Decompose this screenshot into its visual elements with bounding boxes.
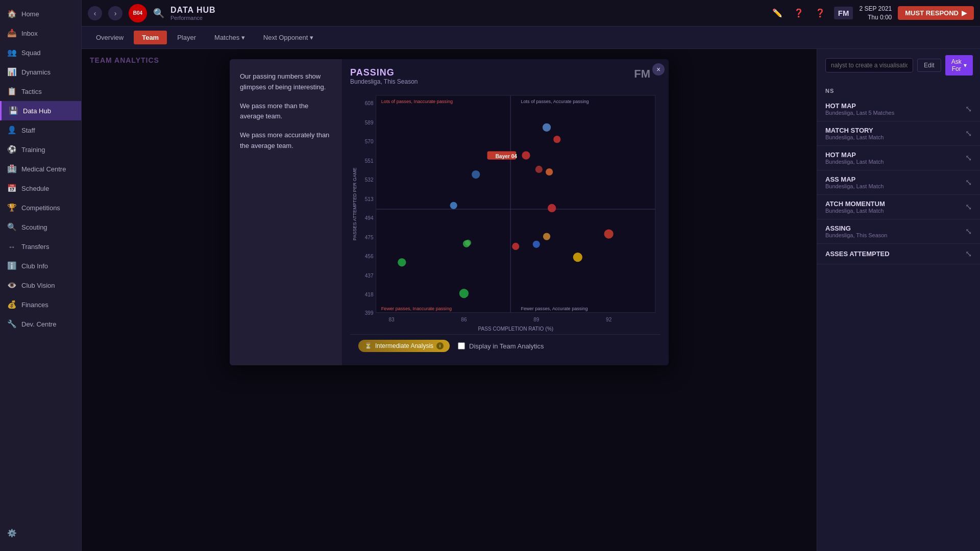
sidebar-label-training: Training: [21, 146, 45, 154]
intermediate-analysis-badge[interactable]: ⏳ Intermediate Analysis i: [358, 340, 450, 352]
right-panel-item-sub-3: Bundesliga, Last Match: [825, 183, 965, 189]
transfers-icon: ↔️: [7, 242, 16, 251]
right-panel-item-left-1: MATCH STORY Bundesliga, Last Match: [825, 127, 965, 140]
svg-point-29: [522, 151, 530, 159]
edit-button[interactable]: Edit: [917, 59, 941, 72]
svg-text:83: 83: [388, 317, 395, 322]
back-button[interactable]: ‹: [88, 6, 102, 20]
svg-text:532: 532: [365, 177, 374, 183]
modal-overlay: Our passing numbers show glimpses of bei…: [82, 49, 817, 551]
modal-left-panel: Our passing numbers show glimpses of bei…: [230, 59, 342, 365]
forward-button[interactable]: ›: [108, 6, 122, 20]
svg-text:399: 399: [365, 310, 374, 316]
expand-icon-5: ⤡: [965, 227, 972, 236]
right-panel-item-6[interactable]: ASSES ATTEMPTED ⤡: [817, 244, 980, 264]
svg-text:456: 456: [365, 254, 374, 259]
sidebar-label-home: Home: [21, 10, 39, 18]
right-panel-item-4[interactable]: ATCH MOMENTUM Bundesliga, Last Match ⤡: [817, 195, 980, 219]
ask-area: Edit Ask For ▾: [817, 49, 980, 82]
svg-point-31: [535, 166, 543, 173]
svg-text:475: 475: [365, 235, 374, 240]
time-text: Thu 0:00: [859, 13, 892, 22]
right-panel-item-title-3: ASS MAP: [825, 176, 965, 183]
sidebar-item-dynamics[interactable]: 📊 Dynamics: [0, 62, 81, 82]
ask-input[interactable]: [825, 58, 913, 72]
sidebar-item-data-hub[interactable]: 💾 Data Hub: [0, 101, 81, 120]
sidebar-item-medical-centre[interactable]: 🏥 Medical Centre: [0, 159, 81, 179]
sidebar-label-competitions: Competitions: [21, 204, 60, 212]
expand-icon-2: ⤡: [965, 153, 972, 163]
right-panel-items: HOT MAP Bundesliga, Last 5 Matches ⤡ MAT…: [817, 97, 980, 264]
fm-watermark: FM: [634, 67, 650, 81]
home-icon: 🏠: [7, 9, 16, 18]
svg-point-30: [472, 170, 480, 179]
sidebar-item-tactics[interactable]: 📋 Tactics: [0, 82, 81, 101]
expand-icon-4: ⤡: [965, 202, 972, 212]
must-respond-icon: ▶: [962, 9, 967, 17]
sidebar-item-training[interactable]: ⚽ Training: [0, 140, 81, 159]
date-display: 2 SEP 2021 Thu 0:00: [859, 5, 892, 22]
svg-text:86: 86: [461, 317, 467, 322]
content-area: TEAM ANALYTICS Our passing numbers show …: [82, 49, 980, 551]
sidebar-item-club-vision[interactable]: 👁️ Club Vision: [0, 276, 81, 295]
finances-icon: 💰: [7, 300, 16, 309]
modal-close-button[interactable]: ×: [652, 63, 665, 76]
modal-right-panel: × PASSING Bundesliga, This Season FM: [342, 59, 669, 365]
right-panel-item-title-1: MATCH STORY: [825, 127, 965, 134]
must-respond-button[interactable]: MUST RESPOND ▶: [898, 6, 974, 20]
expand-icon-3: ⤡: [965, 178, 972, 187]
sidebar-item-transfers[interactable]: ↔️ Transfers: [0, 237, 81, 256]
sidebar-item-club-info[interactable]: ℹ️ Club Info: [0, 256, 81, 276]
svg-text:Bayer 04: Bayer 04: [496, 154, 518, 159]
sidebar-label-transfers: Transfers: [21, 243, 49, 251]
sidebar-label-finances: Finances: [21, 301, 48, 309]
svg-point-42: [398, 258, 406, 266]
sidebar-item-staff[interactable]: 👤 Staff: [0, 120, 81, 140]
sidebar-item-home[interactable]: 🏠 Home: [0, 4, 81, 23]
subnav-item-matches[interactable]: Matches: [206, 31, 253, 44]
competitions-icon: 🏆: [7, 203, 16, 212]
expand-icon-0: ⤡: [965, 104, 972, 114]
scatter-chart: 399 418 437 456 475 494 513 532 551 570: [350, 89, 660, 334]
subnav-item-next-opponent[interactable]: Next Opponent: [255, 31, 322, 44]
right-panel-item-1[interactable]: MATCH STORY Bundesliga, Last Match ⤡: [817, 121, 980, 146]
sidebar-item-finances[interactable]: 💰 Finances: [0, 295, 81, 314]
topbar-right: ✏️ ❓ ❓ FM 2 SEP 2021 Thu 0:00 MUST RESPO…: [770, 5, 974, 22]
right-panel-item-5[interactable]: ASSING Bundesliga, This Season ⤡: [817, 219, 980, 244]
display-checkbox[interactable]: Display in Team Analytics: [458, 342, 544, 350]
svg-point-37: [465, 240, 471, 246]
sidebar-item-settings[interactable]: ⚙️: [0, 523, 81, 543]
question-icon[interactable]: ❓: [813, 6, 828, 21]
right-panel-item-3[interactable]: ASS MAP Bundesliga, Last Match ⤡: [817, 170, 980, 195]
sidebar-item-scouting[interactable]: 🔍 Scouting: [0, 217, 81, 237]
ask-for-button[interactable]: Ask For ▾: [945, 55, 973, 76]
display-checkbox-input[interactable]: [458, 342, 465, 349]
right-panel-item-left-3: ASS MAP Bundesliga, Last Match: [825, 176, 965, 189]
right-panel-item-sub-5: Bundesliga, This Season: [825, 232, 965, 238]
svg-point-41: [573, 253, 582, 262]
sidebar-item-schedule[interactable]: 📅 Schedule: [0, 179, 81, 198]
subnav-item-overview[interactable]: Overview: [88, 31, 132, 44]
sidebar-label-dynamics: Dynamics: [21, 68, 51, 76]
right-panel-section-title: NS: [817, 82, 980, 97]
search-icon[interactable]: 🔍: [153, 8, 164, 19]
subnav-item-team[interactable]: Team: [134, 31, 167, 44]
right-panel-item-sub-1: Bundesliga, Last Match: [825, 134, 965, 140]
svg-point-38: [512, 243, 519, 250]
sidebar-item-squad[interactable]: 👥 Squad: [0, 43, 81, 62]
pencil-icon[interactable]: ✏️: [770, 6, 785, 21]
chart-title: PASSING: [350, 67, 660, 78]
schedule-icon: 📅: [7, 184, 16, 193]
right-panel-item-2[interactable]: HOT MAP Bundesliga, Last Match ⤡: [817, 146, 980, 170]
right-panel-item-title-2: HOT MAP: [825, 151, 965, 159]
sidebar-label-tactics: Tactics: [21, 88, 42, 95]
right-panel-item-sub-2: Bundesliga, Last Match: [825, 159, 965, 165]
svg-text:570: 570: [365, 139, 374, 144]
sidebar-item-competitions[interactable]: 🏆 Competitions: [0, 198, 81, 217]
right-panel-item-0[interactable]: HOT MAP Bundesliga, Last 5 Matches ⤡: [817, 97, 980, 121]
help-circle-icon[interactable]: ❓: [791, 6, 806, 21]
subnav-item-player[interactable]: Player: [169, 31, 204, 44]
sidebar-item-dev-centre[interactable]: 🔧 Dev. Centre: [0, 314, 81, 334]
right-panel: Edit Ask For ▾ NS HOT MAP Bundesliga, La…: [817, 49, 980, 551]
sidebar-item-inbox[interactable]: 📥 Inbox: [0, 23, 81, 43]
